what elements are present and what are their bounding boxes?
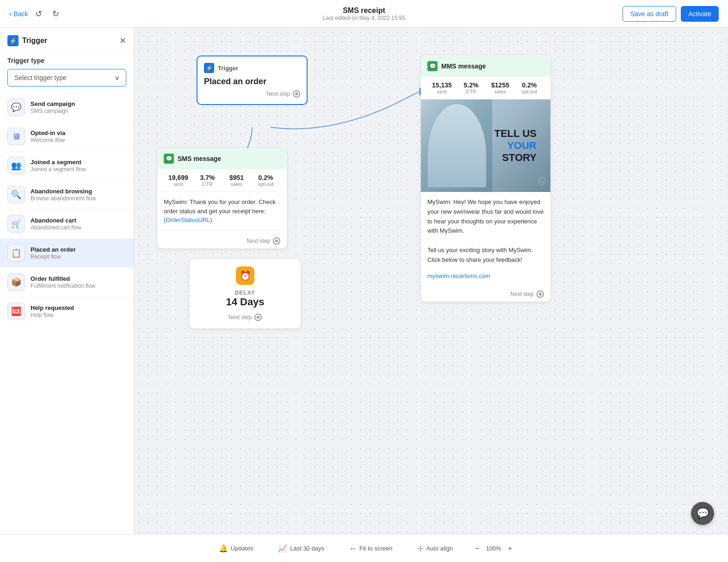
auto-align-label: Auto align xyxy=(426,545,453,552)
zoom-out-button[interactable]: − xyxy=(472,543,482,554)
trigger-item-icon: 📋 xyxy=(7,244,25,262)
trigger-item-text: Abandoned browsing Browse abandonment fl… xyxy=(31,188,96,202)
redo-button[interactable]: ↻ xyxy=(49,7,62,21)
trigger-item-name: Abandoned browsing xyxy=(31,188,96,195)
trigger-item-icon: 🔍 xyxy=(7,186,25,204)
trigger-item-text: Joined a segment Joined a segment flow xyxy=(31,159,86,173)
sms-node-stats: 19,699sent3.7%CTR$951sales0.2%opt-out xyxy=(157,169,287,192)
mms-node-title: MMS message xyxy=(441,62,486,70)
canvas[interactable]: ⚡ Trigger Placed an order Next step 💬 SM… xyxy=(134,28,728,534)
trigger-item-sub: Joined a segment flow xyxy=(31,166,86,173)
last30-button[interactable]: 📈 Last 30 days xyxy=(272,541,330,556)
fit-icon: ↔ xyxy=(349,544,357,553)
trigger-item-text: Send campaign SMS campaign xyxy=(31,100,75,114)
back-button[interactable]: ‹ Back xyxy=(9,10,28,18)
sms-node-icon: 💬 xyxy=(164,154,174,164)
sidebar-header: ⚡ Trigger ✕ xyxy=(0,28,134,50)
trigger-item-send-campaign[interactable]: 💬 Send campaign SMS campaign xyxy=(0,93,134,122)
trigger-item-opted-in-via[interactable]: 🖥 Opted-in via Welcome flow xyxy=(0,122,134,151)
trigger-node-label: Trigger xyxy=(218,65,238,72)
trigger-item-icon: 🆘 xyxy=(7,303,25,320)
trigger-type-label: Trigger type xyxy=(7,57,126,64)
mms-next-dot xyxy=(537,290,544,298)
trigger-item-order-fulfilled[interactable]: 📦 Order fulfilled Fulfillment notificati… xyxy=(0,268,134,297)
delay-node[interactable]: ⏰ DELAY 14 Days Next step xyxy=(190,259,301,328)
mms-image-tell: TELL US xyxy=(494,128,537,140)
trigger-node[interactable]: ⚡ Trigger Placed an order Next step xyxy=(197,56,308,105)
trigger-item-name: Placed an order xyxy=(31,246,76,253)
mms-node-icon: 💬 xyxy=(427,61,438,71)
sms-node-header: 💬 SMS message xyxy=(157,148,287,169)
trigger-item-icon: 💬 xyxy=(7,99,25,116)
mms-image-story: STORY xyxy=(494,152,537,164)
delay-icon: ⏰ xyxy=(236,266,254,285)
mms-next-step: Next step xyxy=(421,287,550,302)
stat-item: 0.2%opt-out xyxy=(515,81,544,94)
next-step-dot xyxy=(293,90,300,98)
trigger-item-name: Opted-in via xyxy=(31,130,65,136)
trigger-node-title: Placed an order xyxy=(204,77,300,86)
back-icon: ‹ xyxy=(9,10,12,18)
last30-label: Last 30 days xyxy=(290,545,324,552)
mms-image-overlay: TELL US YOUR STORY xyxy=(494,128,537,164)
updates-button[interactable]: 🔔 Updates xyxy=(213,541,259,556)
bottombar: 🔔 Updates 📈 Last 30 days ↔ Fit to screen… xyxy=(0,534,728,562)
page-title: SMS receipt xyxy=(323,6,405,15)
trigger-item-name: Help requested xyxy=(31,304,74,311)
fit-screen-button[interactable]: ↔ Fit to screen xyxy=(344,542,398,556)
trigger-list: 💬 Send campaign SMS campaign 🖥 Opted-in … xyxy=(0,91,134,534)
trigger-item-abandoned-cart[interactable]: 🛒 Abandoned cart Abandoned cart flow xyxy=(0,210,134,239)
topbar: ‹ Back ↺ ↻ SMS receipt Last edited on Ma… xyxy=(0,0,728,28)
mms-image-your: YOUR xyxy=(494,140,537,152)
trigger-node-icon: ⚡ xyxy=(204,63,214,73)
trigger-item-text: Help requested Help flow xyxy=(31,304,74,318)
trigger-item-help-requested[interactable]: 🆘 Help requested Help flow xyxy=(0,297,134,326)
trigger-icon: ⚡ xyxy=(7,35,19,46)
mms-link[interactable]: myswim.recartsms.com xyxy=(421,271,550,284)
chat-bubble-button[interactable]: 💬 xyxy=(691,502,714,525)
zoom-in-button[interactable]: + xyxy=(505,543,515,554)
fit-label: Fit to screen xyxy=(359,545,393,552)
trigger-item-abandoned-browsing[interactable]: 🔍 Abandoned browsing Browse abandonment … xyxy=(0,180,134,210)
mms-node[interactable]: 💬 MMS message 15,135sent5.2%CTR$1255sale… xyxy=(421,56,550,302)
topbar-center: SMS receipt Last edited on May 4, 2022 1… xyxy=(323,6,405,21)
trigger-type-dropdown[interactable]: Select trigger type ∨ xyxy=(7,69,126,86)
trigger-item-name: Send campaign xyxy=(31,100,75,107)
save-draft-button[interactable]: Save as draft xyxy=(623,6,677,22)
trigger-item-placed-an-order[interactable]: 📋 Placed an order Receipt flow xyxy=(0,239,134,268)
stat-item: 15,135sent xyxy=(427,81,457,94)
mms-node-stats: 15,135sent5.2%CTR$1255sales0.2%opt-out xyxy=(421,77,550,99)
trigger-item-sub: Help flow xyxy=(31,312,74,318)
chevron-down-icon: ∨ xyxy=(115,74,119,81)
auto-align-button[interactable]: ⊹ Auto align xyxy=(412,541,458,556)
sidebar: ⚡ Trigger ✕ Trigger type Select trigger … xyxy=(0,28,134,534)
main-layout: ⚡ Trigger ✕ Trigger type Select trigger … xyxy=(0,28,728,534)
stat-item: 5.2%CTR xyxy=(457,81,486,94)
sms-next-dot xyxy=(273,237,280,245)
trigger-item-icon: 📦 xyxy=(7,273,25,291)
sms-link: {OrderStatusURL} xyxy=(164,216,212,223)
sms-node-body: MySwim: Thank you for your order. Check … xyxy=(157,192,287,231)
zoom-value: 100% xyxy=(486,545,501,552)
topbar-right: Save as draft Activate xyxy=(623,6,719,22)
stat-item: 0.2%opt-out xyxy=(251,174,280,187)
undo-button[interactable]: ↺ xyxy=(32,7,45,21)
updates-label: Updates xyxy=(231,545,253,552)
trigger-item-text: Placed an order Receipt flow xyxy=(31,246,76,260)
trigger-item-joined-a-segment[interactable]: 👥 Joined a segment Joined a segment flow xyxy=(0,151,134,180)
zoom-controls: − 100% + xyxy=(472,543,515,554)
sidebar-title: Trigger xyxy=(22,37,47,45)
page-subtitle: Last edited on May 4, 2022 15:55 xyxy=(323,15,405,21)
sidebar-close-button[interactable]: ✕ xyxy=(119,36,126,46)
trigger-item-icon: 🛒 xyxy=(7,215,25,233)
stat-item: $951sales xyxy=(222,174,251,187)
trigger-node-header: ⚡ Trigger xyxy=(204,63,300,73)
mms-node-body: MySwim: Hey! We hope you have enjoyed yo… xyxy=(421,192,550,271)
stat-item: $1255sales xyxy=(486,81,515,94)
activate-button[interactable]: Activate xyxy=(681,6,719,22)
trigger-item-text: Abandoned cart Abandoned cart flow xyxy=(31,217,81,231)
sms-node[interactable]: 💬 SMS message 19,699sent3.7%CTR$951sales… xyxy=(157,148,287,248)
trigger-item-sub: Receipt flow xyxy=(31,253,76,260)
mms-image: TELL US YOUR STORY © xyxy=(421,99,550,192)
trigger-item-icon: 🖥 xyxy=(7,128,25,145)
